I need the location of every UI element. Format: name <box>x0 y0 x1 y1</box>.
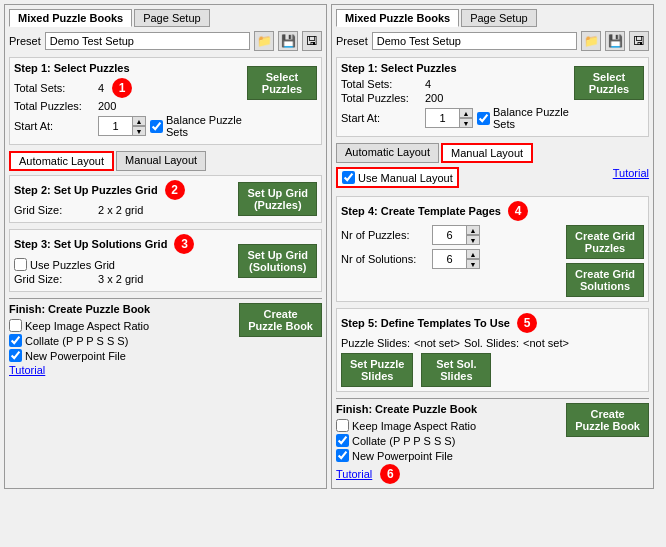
right-create-grid-puzzles-btn[interactable]: Create Grid Puzzles <box>566 225 644 259</box>
left-use-puzzles-grid-label[interactable]: Use Puzzles Grid <box>14 258 115 271</box>
right-create-book-btn[interactable]: Create Puzzle Book <box>566 403 649 437</box>
right-create-grid-solutions-btn[interactable]: Create Grid Solutions <box>566 263 644 297</box>
right-nr-solutions-spin[interactable]: ▲ ▼ <box>432 249 480 269</box>
left-tutorial-link[interactable]: Tutorial <box>9 364 45 376</box>
left-start-at-up[interactable]: ▲ <box>133 116 146 126</box>
right-save-btn[interactable]: 💾 <box>605 31 625 51</box>
right-keep-aspect-check[interactable] <box>336 419 349 432</box>
left-start-at-down[interactable]: ▼ <box>133 126 146 136</box>
left-new-ppt-check[interactable] <box>9 349 22 362</box>
right-nr-puzzles-spin[interactable]: ▲ ▼ <box>432 225 480 245</box>
right-nr-puzzles-down[interactable]: ▼ <box>467 235 480 245</box>
right-select-puzzles-btn[interactable]: Select Puzzles <box>574 66 644 100</box>
right-new-ppt-check[interactable] <box>336 449 349 462</box>
right-sol-slides-label: Sol. Slides: <box>464 337 519 349</box>
left-sol-grid-size-value: 3 x 2 grid <box>98 273 143 285</box>
right-finish-title: Finish: Create Puzzle Book <box>336 403 477 415</box>
right-finish: Finish: Create Puzzle Book Keep Image As… <box>336 398 649 484</box>
right-total-sets-value: 4 <box>425 78 431 90</box>
right-nr-solutions-row: Nr of Solutions: ▲ ▼ <box>341 249 480 269</box>
right-preset-input[interactable] <box>372 32 577 50</box>
left-total-sets-value: 4 <box>98 82 104 94</box>
right-top-tutorial-link[interactable]: Tutorial <box>613 167 649 179</box>
right-slides-row: Puzzle Slides: <not set> Sol. Slides: <n… <box>341 337 644 349</box>
right-set-puzzle-slides-btn[interactable]: Set Puzzle Slides <box>341 353 413 387</box>
right-set-sol-slides-btn[interactable]: Set Sol. Slides <box>421 353 491 387</box>
right-keep-aspect-label[interactable]: Keep Image Aspect Ratio <box>336 419 477 432</box>
left-finish-title: Finish: Create Puzzle Book <box>9 303 150 315</box>
left-use-puzzles-grid-check[interactable] <box>14 258 27 271</box>
right-nr-solutions-arrows: ▲ ▼ <box>467 249 480 269</box>
use-manual-check[interactable] <box>342 171 355 184</box>
left-setup-grid-solutions-btn[interactable]: Set Up Grid (Solutions) <box>238 244 317 278</box>
right-nr-puzzles-arrows: ▲ ▼ <box>467 225 480 245</box>
right-nr-puzzles-input[interactable] <box>432 225 467 245</box>
left-keep-aspect-label[interactable]: Keep Image Aspect Ratio <box>9 319 150 332</box>
left-saveas-btn[interactable]: 🖫 <box>302 31 322 51</box>
right-start-at-spin[interactable]: ▲ ▼ <box>425 108 473 128</box>
left-folder-btn[interactable]: 📁 <box>254 31 274 51</box>
right-start-at-label: Start At: <box>341 112 421 124</box>
left-start-at-label: Start At: <box>14 120 94 132</box>
left-start-at-input[interactable] <box>98 116 133 136</box>
right-start-at-down[interactable]: ▼ <box>460 118 473 128</box>
left-total-puzzles-label: Total Puzzles: <box>14 100 94 112</box>
right-step1-title: Step 1: Select Puzzles <box>341 62 574 74</box>
left-setup-grid-puzzles-btn[interactable]: Set Up Grid (Puzzles) <box>238 182 317 216</box>
left-save-btn[interactable]: 💾 <box>278 31 298 51</box>
use-manual-box: Use Manual Layout <box>336 167 459 188</box>
left-manual-layout-tab[interactable]: Manual Layout <box>116 151 206 171</box>
left-tab-page-setup[interactable]: Page Setup <box>134 9 210 27</box>
right-collate-check[interactable] <box>336 434 349 447</box>
left-create-book-btn[interactable]: Create Puzzle Book <box>239 303 322 337</box>
right-puzzle-slides-label: Puzzle Slides: <box>341 337 410 349</box>
left-start-at-spin[interactable]: ▲ ▼ <box>98 116 146 136</box>
left-total-puzzles-value: 200 <box>98 100 116 112</box>
left-balance-label[interactable]: Balance Puzzle Sets <box>150 114 247 138</box>
left-layout-tabs: Automatic Layout Manual Layout <box>9 151 322 171</box>
right-nr-solutions-down[interactable]: ▼ <box>467 259 480 269</box>
right-auto-layout-tab[interactable]: Automatic Layout <box>336 143 439 163</box>
left-step3: Step 3: Set Up Solutions Grid 3 Use Puzz… <box>9 229 322 292</box>
left-select-puzzles-btn[interactable]: Select Puzzles <box>247 66 317 100</box>
right-saveas-btn[interactable]: 🖫 <box>629 31 649 51</box>
right-nr-puzzles-up[interactable]: ▲ <box>467 225 480 235</box>
right-tab-mixed[interactable]: Mixed Puzzle Books <box>336 9 459 27</box>
right-tab-page-setup[interactable]: Page Setup <box>461 9 537 27</box>
right-tutorial-link[interactable]: Tutorial <box>336 468 372 480</box>
right-puzzle-slides-value: <not set> <box>414 337 460 349</box>
right-step5-title: Step 5: Define Templates To Use 5 <box>341 313 644 333</box>
left-tabs: Mixed Puzzle Books Page Setup <box>9 9 322 27</box>
right-manual-layout-tab[interactable]: Manual Layout <box>441 143 533 163</box>
left-keep-aspect-check[interactable] <box>9 319 22 332</box>
left-badge2: 2 <box>165 180 185 200</box>
right-nr-puzzles-row: Nr of Puzzles: ▲ ▼ <box>341 225 480 245</box>
right-nr-solutions-input[interactable] <box>432 249 467 269</box>
left-panel: Mixed Puzzle Books Page Setup Preset 📁 💾… <box>4 4 327 489</box>
left-tab-mixed[interactable]: Mixed Puzzle Books <box>9 9 132 27</box>
left-badge1: 1 <box>112 78 132 98</box>
right-folder-btn[interactable]: 📁 <box>581 31 601 51</box>
right-step4-title: Step 4: Create Template Pages 4 <box>341 201 644 221</box>
right-preset-row: Preset 📁 💾 🖫 <box>336 31 649 51</box>
right-step4: Step 4: Create Template Pages 4 Nr of Pu… <box>336 196 649 302</box>
left-auto-layout-tab[interactable]: Automatic Layout <box>9 151 114 171</box>
right-start-at-input[interactable] <box>425 108 460 128</box>
left-collate-label[interactable]: Collate (P P P S S S) <box>9 334 150 347</box>
right-step1: Step 1: Select Puzzles Total Sets: 4 Tot… <box>336 57 649 137</box>
right-balance-check[interactable] <box>477 112 490 125</box>
left-preset-input[interactable] <box>45 32 250 50</box>
right-new-ppt-label[interactable]: New Powerpoint File <box>336 449 477 462</box>
right-nr-solutions-up[interactable]: ▲ <box>467 249 480 259</box>
left-preset-row: Preset 📁 💾 🖫 <box>9 31 322 51</box>
use-manual-label: Use Manual Layout <box>358 172 453 184</box>
left-new-ppt-label[interactable]: New Powerpoint File <box>9 349 150 362</box>
right-collate-label[interactable]: Collate (P P P S S S) <box>336 434 477 447</box>
right-total-puzzles-value: 200 <box>425 92 443 104</box>
left-balance-check[interactable] <box>150 120 163 133</box>
right-balance-label[interactable]: Balance Puzzle Sets <box>477 106 574 130</box>
left-total-sets-label: Total Sets: <box>14 82 94 94</box>
right-start-at-up[interactable]: ▲ <box>460 108 473 118</box>
right-panel: Mixed Puzzle Books Page Setup Preset 📁 💾… <box>331 4 654 489</box>
left-collate-check[interactable] <box>9 334 22 347</box>
